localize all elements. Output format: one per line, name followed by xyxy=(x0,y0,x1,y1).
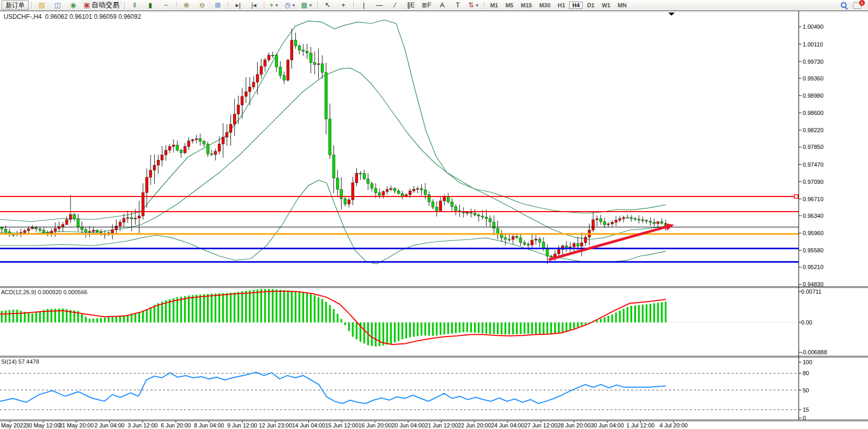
timeframe-m15[interactable]: M15 xyxy=(517,2,535,9)
vertical-line-icon: | xyxy=(363,1,364,10)
candle xyxy=(229,124,232,133)
line-anchor-square[interactable] xyxy=(794,195,798,199)
candle xyxy=(287,60,290,80)
indicators-icon[interactable]: +▼ xyxy=(267,0,282,10)
periods-icon: ◷ xyxy=(285,1,291,10)
dropdown-caret-icon[interactable]: ▼ xyxy=(292,3,296,8)
chart-shift-marker[interactable] xyxy=(668,13,675,16)
candle xyxy=(523,242,526,244)
time-tick-label: 1 Jul 12:00 xyxy=(627,422,655,428)
dropdown-caret-icon[interactable]: ▼ xyxy=(274,3,279,8)
candle xyxy=(363,173,366,179)
dropdown-caret-icon[interactable]: ▼ xyxy=(475,3,479,8)
tile-windows-icon[interactable]: ⊞ xyxy=(211,0,225,10)
dropdown-caret-icon[interactable]: ▼ xyxy=(308,3,313,8)
candle xyxy=(550,256,552,257)
auto-trading-button[interactable]: ▣ 自动交易 xyxy=(82,1,122,10)
candle xyxy=(340,189,343,199)
text-icon[interactable]: A xyxy=(435,0,449,10)
bar-chart-icon[interactable]: ‖ xyxy=(128,0,142,10)
price-tick-label: 0.99730 xyxy=(803,59,824,65)
candlestick-chart-icon[interactable]: ▮ xyxy=(143,0,158,10)
market-watch-icon[interactable]: ◫ xyxy=(50,0,65,10)
search-icon[interactable] xyxy=(841,2,848,9)
toolbar-separator xyxy=(228,2,228,9)
timeframe-h4[interactable]: H4 xyxy=(569,2,583,9)
candle xyxy=(355,173,358,183)
candle xyxy=(462,212,465,213)
candle xyxy=(1,227,3,229)
candle xyxy=(622,217,625,218)
time-tick-label: 8 Jun 04:00 xyxy=(194,422,224,428)
timeframe-h1[interactable]: H1 xyxy=(554,2,568,9)
macd-histogram xyxy=(1,289,667,346)
timeframe-mn[interactable]: MN xyxy=(615,2,630,9)
candle xyxy=(157,160,159,165)
signals-icon: ◉ xyxy=(70,1,76,10)
toolbar-group-chart-type: ‖▮~ xyxy=(127,0,174,10)
trading-platform-window: 新订单 ▤◫◉ ▣ 自动交易 ‖▮~ ⊕⊖⊞ ▸||◂ +▼◷▼▦▼ ↖+ |—… xyxy=(0,0,868,429)
candle xyxy=(489,218,491,222)
auto-scroll-icon[interactable]: ▸| xyxy=(231,0,246,10)
price-chart[interactable]: 1.004901.001100.997300.993600.989800.986… xyxy=(0,0,868,429)
trendline-icon: ∕ xyxy=(395,1,396,10)
candle xyxy=(630,217,633,218)
candle xyxy=(359,173,362,175)
candle xyxy=(317,64,320,65)
new-order-button[interactable]: 新订单 xyxy=(2,1,29,10)
notifications-icon[interactable]: 1 xyxy=(853,2,862,9)
toolbar-separator xyxy=(264,2,264,9)
timeframe-w1[interactable]: W1 xyxy=(598,2,614,9)
toolbar-separator xyxy=(317,2,318,9)
bar-chart-icon: ‖ xyxy=(133,1,136,10)
candle xyxy=(306,51,308,53)
price-axis[interactable]: 1.004901.001100.997300.993600.989800.986… xyxy=(799,24,827,421)
candle xyxy=(599,219,602,222)
price-tick-label: 0.95210 xyxy=(803,264,824,270)
candle xyxy=(634,218,636,219)
candle xyxy=(65,219,68,224)
chart-window-icon[interactable]: ▤ xyxy=(34,0,49,10)
time-axis[interactable]: May 202230 May 12:0031 May 20:002 Jun 04… xyxy=(1,421,688,429)
fibonacci-icon[interactable]: ≣F xyxy=(419,0,434,10)
pane-separators xyxy=(0,11,868,421)
toolbar-separator xyxy=(124,2,125,9)
signals-icon[interactable]: ◉ xyxy=(66,0,80,10)
candle xyxy=(546,249,549,257)
candle xyxy=(88,231,91,233)
arrows-icon[interactable]: ⇅▼ xyxy=(466,0,481,10)
zoom-in-icon[interactable]: ⊕ xyxy=(179,0,194,10)
candle xyxy=(512,237,514,240)
candle xyxy=(218,144,221,151)
line-chart-icon[interactable]: ~ xyxy=(159,0,173,10)
candle xyxy=(161,155,164,160)
chart-shift-icon[interactable]: |◂ xyxy=(247,0,261,10)
timeframe-m1[interactable]: M1 xyxy=(487,2,501,9)
zoom-out-icon[interactable]: ⊖ xyxy=(195,0,210,10)
candle xyxy=(275,55,278,67)
trendline-icon[interactable]: ∕ xyxy=(388,0,402,10)
cursor-icon[interactable]: ↖ xyxy=(320,0,335,10)
horizontal-line-icon[interactable]: — xyxy=(372,0,387,10)
timeframe-m5[interactable]: M5 xyxy=(502,2,516,9)
candle xyxy=(504,238,507,239)
candle xyxy=(153,165,156,170)
candle xyxy=(245,91,247,96)
candle xyxy=(531,240,534,245)
candle xyxy=(252,82,255,87)
channel-icon[interactable]: ∥E xyxy=(403,0,418,10)
text-label-icon[interactable]: T xyxy=(450,0,465,10)
rsi-pane xyxy=(0,372,798,410)
vertical-line-icon[interactable]: | xyxy=(356,0,371,10)
toolbar-separator xyxy=(176,2,177,9)
timeframe-m30[interactable]: M30 xyxy=(536,2,553,9)
price-tick-label: 0.97470 xyxy=(803,161,824,168)
crosshair-icon[interactable]: + xyxy=(336,0,351,10)
chart-shift-icon: |◂ xyxy=(251,1,257,10)
candlestick-chart-icon: ▮ xyxy=(148,1,152,10)
candle xyxy=(455,206,457,211)
timeframe-d1[interactable]: D1 xyxy=(584,2,597,9)
templates-icon[interactable]: ▦▼ xyxy=(299,0,315,10)
notification-badge: 1 xyxy=(859,0,865,6)
periods-icon[interactable]: ◷▼ xyxy=(283,0,298,10)
